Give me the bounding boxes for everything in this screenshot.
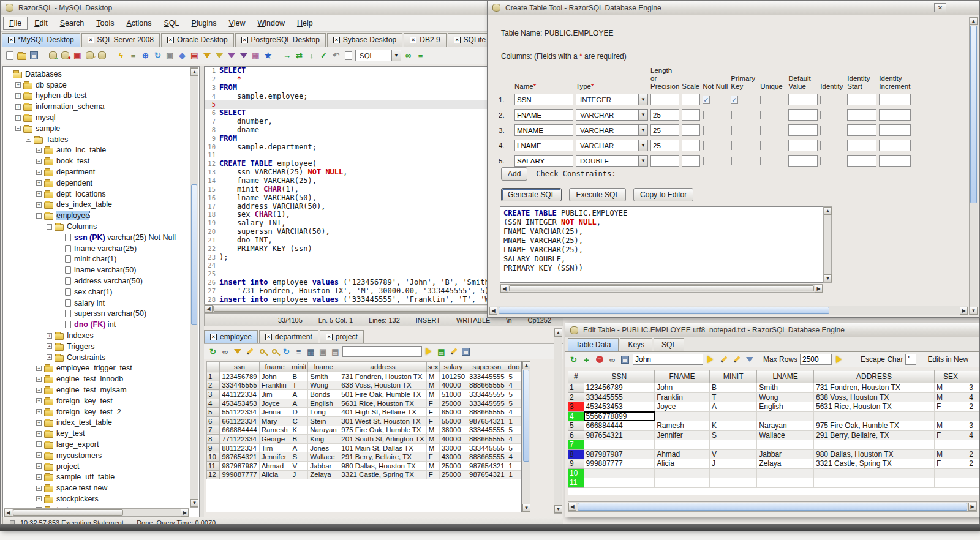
expand-icon[interactable]: + <box>36 441 42 447</box>
cell[interactable]: 453453453 <box>584 402 655 412</box>
tree-item-minit-char-1-[interactable]: minit char(1) <box>5 254 189 265</box>
cell[interactable]: 5 <box>507 426 521 435</box>
cell[interactable]: F <box>426 399 439 408</box>
tree-item-sample-utf-table[interactable]: +sample_utf_table <box>5 471 189 482</box>
length-input[interactable] <box>650 94 679 105</box>
chevron-down-icon[interactable]: ▼ <box>638 156 647 166</box>
cell[interactable] <box>757 478 814 488</box>
row-number[interactable]: 9 <box>568 459 584 469</box>
table-row[interactable]: 3453453453JoyceAEnglish5631 Rice, Housto… <box>568 402 979 412</box>
connection-tab-sqlite[interactable]: ×SQLite <box>448 33 492 47</box>
row-number[interactable]: 1 <box>568 383 584 393</box>
sql-mode-dropdown[interactable]: SQL▼ <box>355 50 401 61</box>
cell[interactable]: 51000 <box>439 390 467 399</box>
cell[interactable]: 4 <box>507 452 521 462</box>
cell[interactable]: Wallace <box>308 452 339 462</box>
run-all-icon[interactable]: ⇄ <box>294 51 304 61</box>
cell[interactable]: Jim <box>259 390 290 399</box>
row-number[interactable]: 10 <box>568 468 584 478</box>
cell[interactable]: 333445555 <box>220 381 260 390</box>
tree-item-sex-char-1-[interactable]: sex char(1) <box>5 287 189 298</box>
chevron-down-icon[interactable]: ▼ <box>638 110 647 120</box>
column-header-fname[interactable]: fname <box>259 362 290 372</box>
go-search-icon[interactable] <box>706 354 716 364</box>
unique-checkbox[interactable] <box>760 126 761 135</box>
table-row[interactable]: 7 <box>568 440 979 450</box>
row-number[interactable]: 3 <box>568 402 584 412</box>
save-edits-icon[interactable] <box>620 354 630 364</box>
scale-input[interactable] <box>682 124 700 136</box>
row-number[interactable]: 2 <box>568 392 584 402</box>
cell[interactable]: M <box>426 461 439 470</box>
sort-icon[interactable] <box>226 51 236 61</box>
scroll-up-icon[interactable]: ▲ <box>554 329 562 337</box>
cell[interactable]: 2 <box>967 459 979 469</box>
table-row[interactable]: 5551122334JennaDLong401 High St, Bellair… <box>207 408 521 417</box>
expand-icon[interactable]: + <box>36 159 42 164</box>
cell[interactable]: Ahmad <box>655 449 710 459</box>
tree-item-dependent[interactable]: +dependent <box>5 178 189 189</box>
cell[interactable]: S <box>290 452 308 462</box>
cell[interactable]: 453453453 <box>220 399 260 408</box>
column-header-ssn[interactable]: ssn <box>220 362 260 372</box>
edit-window-hscrollbar[interactable]: ◀ ▶ <box>568 501 977 512</box>
table-row[interactable]: 10987654321JenniferSWallace291 Berry, Be… <box>207 452 521 462</box>
cell[interactable] <box>757 411 814 421</box>
tree-item-sample[interactable]: −sample <box>5 123 189 134</box>
cell[interactable]: 333445555 <box>467 390 507 399</box>
tree-item-stockpickers[interactable]: +stockpickers <box>5 493 189 504</box>
default-value-input[interactable] <box>788 155 818 167</box>
cell[interactable] <box>967 478 979 488</box>
tree-item-test-space[interactable]: +test space <box>5 504 189 508</box>
scale-input[interactable] <box>682 94 700 105</box>
column-list-icon[interactable]: ≡ <box>293 347 304 356</box>
expand-icon[interactable]: + <box>47 343 52 349</box>
identity-increment-input[interactable] <box>879 140 911 151</box>
expand-icon[interactable]: + <box>47 354 52 360</box>
refresh-table-icon[interactable]: ↻ <box>568 354 579 364</box>
results-vscrollbar[interactable]: ▲ ▼ <box>522 361 530 512</box>
row-number[interactable]: 8 <box>568 449 584 459</box>
edit-title-bar[interactable]: Edit Table - PUBLIC.EMPLOYEE utf8_notepa… <box>565 323 979 337</box>
column-header-dno[interactable]: dno <box>507 362 521 372</box>
cell[interactable]: English <box>757 402 814 412</box>
cell[interactable]: 5631 Rice, Houston TX <box>339 399 426 408</box>
expand-icon[interactable]: + <box>36 486 42 491</box>
not-null-checkbox[interactable] <box>703 141 704 150</box>
tree-item-project[interactable]: +project <box>5 461 189 472</box>
menu-help[interactable]: Help <box>292 17 318 29</box>
edit-tab-sql[interactable]: SQL <box>654 338 684 351</box>
cell[interactable]: 987987987 <box>220 461 260 470</box>
cell[interactable]: 4 <box>507 381 521 390</box>
results-tab-employee[interactable]: ×employee <box>204 330 258 343</box>
cell[interactable]: S <box>709 430 756 440</box>
column-type-dropdown[interactable]: INTEGER▼ <box>576 94 648 105</box>
cell[interactable]: 5631 Rice, Houston TX <box>814 402 935 412</box>
tree-item-constraints[interactable]: +Constraints <box>5 352 189 363</box>
tree-item-engine-test-innodb[interactable]: +engine_test_innodb <box>5 373 189 384</box>
cell[interactable]: F <box>934 402 967 412</box>
identity-checkbox[interactable] <box>820 111 821 119</box>
cell[interactable]: Smith <box>308 372 339 381</box>
connection-tab-postgresql-desktop[interactable]: ×PostgreSQL Desktop <box>235 33 326 47</box>
cell[interactable]: F <box>934 459 967 469</box>
edit-tab-table-data[interactable]: Table Data <box>568 338 619 351</box>
cell[interactable]: Franklin <box>259 381 290 390</box>
menu-actions[interactable]: Actions <box>121 17 157 29</box>
cell[interactable]: 5 <box>507 399 521 408</box>
cell[interactable]: 731 Fondren, Houston TX <box>339 372 426 381</box>
expand-icon[interactable]: + <box>36 377 42 382</box>
create-title-bar[interactable]: Create Table Tool - RazorSQL Database En… <box>488 1 979 15</box>
cell[interactable]: 666884444 <box>220 426 260 435</box>
cell[interactable]: A <box>709 402 756 412</box>
cell[interactable]: Alicia <box>259 470 290 479</box>
tree-item-tables[interactable]: −Tables <box>5 134 189 145</box>
cell[interactable] <box>655 440 710 450</box>
tree-item-foreign-key-test-2[interactable]: +foreign_key_test_2 <box>5 407 189 418</box>
identity-start-input[interactable] <box>847 109 876 121</box>
cell[interactable]: 987987987 <box>584 449 655 459</box>
cell[interactable]: 333445555 <box>467 426 507 435</box>
cell[interactable] <box>709 468 756 478</box>
default-value-input[interactable] <box>788 140 818 151</box>
column-name-input[interactable] <box>514 155 573 167</box>
